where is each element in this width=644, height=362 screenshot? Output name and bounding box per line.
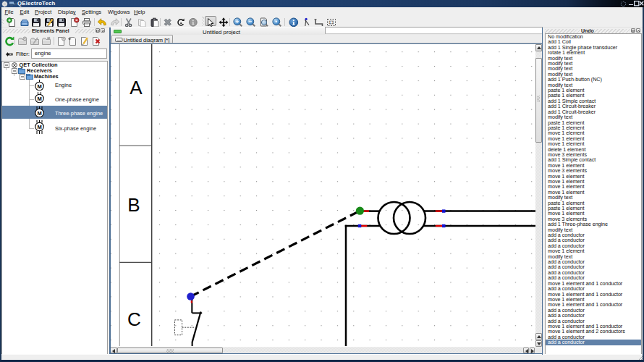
svg-text:M: M xyxy=(37,109,41,116)
svg-text:M: M xyxy=(37,96,41,102)
svg-text:A: A xyxy=(130,77,143,98)
svg-text:1:1: 1:1 xyxy=(329,20,334,24)
svg-text:C: C xyxy=(127,308,141,330)
svg-text:M: M xyxy=(37,124,41,130)
svg-text:M: M xyxy=(37,83,41,90)
svg-text:B: B xyxy=(127,194,140,216)
